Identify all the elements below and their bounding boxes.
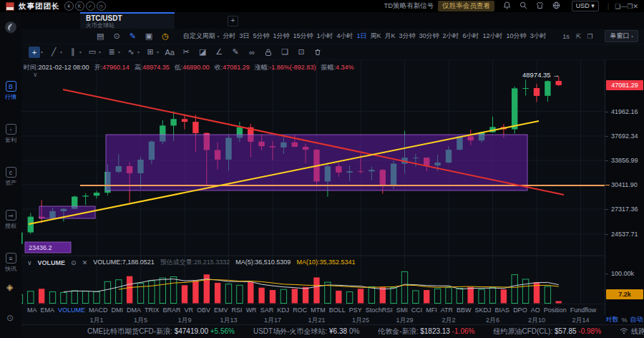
scale-自动[interactable]: 自动 [630, 315, 643, 324]
close-button[interactable]: ✕ [633, 3, 638, 10]
delete-tool[interactable] [312, 47, 323, 58]
timeframe-1日[interactable]: 1日 [356, 32, 366, 41]
indicator-tab-VOLUME[interactable]: VOLUME [58, 306, 85, 314]
rectangle-tool[interactable]: ▭▾ [87, 47, 101, 58]
timeframe-3日[interactable]: 3日 [239, 32, 249, 41]
timeframe-3小时[interactable]: 3小时 [530, 32, 547, 41]
chart-style-icon[interactable]: ▤ [97, 32, 104, 41]
indicator-tab-DMI[interactable]: DMI [112, 306, 124, 314]
add-tab-button[interactable]: + [228, 16, 238, 26]
indicator-tab-BRAR[interactable]: BRAR [163, 306, 181, 314]
measure-tool[interactable]: ∠ [213, 47, 225, 58]
indicator-tab-BOLL[interactable]: BOLL [329, 306, 346, 314]
indicator-tab-BIAS[interactable]: BIAS [495, 306, 510, 314]
tool-dropdown-arrow[interactable]: ▾ [137, 49, 140, 54]
tool-dropdown-arrow[interactable]: ▾ [157, 49, 159, 54]
text-tool[interactable]: Aa [164, 47, 175, 58]
indicator-tab-ROC[interactable]: ROC [293, 306, 307, 314]
volume-close-icon[interactable]: ✕ [82, 259, 88, 266]
wave-tool[interactable]: ∿▾ [125, 47, 140, 58]
copy-tool[interactable]: ❏ [279, 47, 291, 58]
sidebar-item-assets[interactable]: c资产 [0, 167, 21, 187]
kline-icon[interactable]: K [75, 1, 84, 11]
parallel-channel-tool[interactable]: ∥▾ [67, 47, 82, 58]
indicator-tab-EMV[interactable]: EMV [214, 306, 228, 314]
indicator-tab-OBV[interactable]: OBV [197, 306, 210, 314]
magic-tool[interactable]: ✂ [180, 47, 192, 58]
tool-dropdown-arrow[interactable]: ▾ [79, 49, 82, 54]
draw-icon[interactable]: ✎ [130, 32, 136, 41]
indicator-tab-MACD[interactable]: MACD [89, 306, 108, 314]
trend-line-tool[interactable]: ╱▾ [48, 47, 62, 58]
indicator-tab-MTM[interactable]: MTM [311, 306, 326, 314]
signal-badge[interactable]: 仅胜率会员查看 [438, 1, 494, 11]
check-icon[interactable]: ✓ [86, 1, 95, 11]
replay-clock-icon[interactable]: ◷ [162, 32, 169, 41]
history-icon[interactable]: ◷ [97, 1, 106, 11]
sidebar-item-news[interactable]: ≡快讯 [0, 253, 21, 273]
indicator-settings-icon[interactable]: ⊙ [113, 32, 119, 41]
indicator-tab-DMA[interactable]: DMA [127, 306, 141, 314]
globe-icon[interactable] [552, 1, 560, 9]
popout-icon[interactable]: ❐ [587, 33, 592, 40]
indicator-tab-StochRSI[interactable]: StochRSI [366, 306, 393, 314]
scale-对数[interactable]: 对数 [605, 315, 618, 324]
tool-dropdown-arrow[interactable]: ▾ [60, 49, 62, 54]
timeframe-5分钟[interactable]: 5分钟 [253, 32, 269, 41]
sidebar-item-market[interactable]: B行情 [0, 81, 21, 101]
indicator-tab-WR[interactable]: WR [246, 306, 257, 314]
horizontal-line-tool[interactable]: ≣▾ [106, 47, 120, 58]
timeframe-15分钟[interactable]: 15分钟 [293, 32, 313, 41]
sidebar-item-arbitrage[interactable]: ◦套利 [0, 124, 21, 144]
crosshair-tool[interactable]: +▾ [29, 47, 43, 58]
timeframe-3分钟[interactable]: 3分钟 [399, 32, 416, 41]
indicator-tab-Fundflow[interactable]: Fundflow [570, 306, 597, 314]
indicator-tab-ATR[interactable]: ATR [441, 306, 453, 314]
indicator-tab-EMA[interactable]: EMA [41, 306, 55, 314]
timeframe-月K[interactable]: 月K [385, 32, 396, 41]
indicator-tab-SAR[interactable]: SAR [260, 306, 274, 314]
timeframe-4小时[interactable]: 4小时 [336, 32, 353, 41]
scale-%[interactable]: % [621, 317, 627, 324]
bell-icon[interactable] [503, 1, 511, 9]
tool-dropdown-arrow[interactable]: ▾ [41, 49, 43, 54]
indicator-tab-Position[interactable]: Position [544, 306, 567, 314]
indicator-tab-AO[interactable]: AO [531, 306, 540, 314]
indicator-tab-CCI[interactable]: CCI [411, 306, 423, 314]
fibonacci-tool[interactable]: ⊞▾ [145, 47, 159, 58]
coin-icon[interactable]: ¥ [64, 1, 74, 11]
timeframe-分时[interactable]: 分时 [223, 32, 235, 41]
indicator-tab-PSY[interactable]: PSY [349, 306, 362, 314]
timeframe-30分钟[interactable]: 30分钟 [419, 32, 439, 41]
pane-collapse-icon[interactable]: ∨ [33, 71, 38, 78]
timeframe-2小时[interactable]: 2小时 [443, 32, 459, 41]
lock-tool[interactable] [263, 47, 274, 58]
indicator-tab-MA[interactable]: MA [27, 306, 37, 314]
etf-box-icon[interactable]: ▣ [145, 32, 152, 41]
indicator-tab-SMI[interactable]: SMI [396, 306, 408, 314]
candlestick-chart[interactable]: 48974.35 →23436.2 [21, 60, 605, 304]
indicator-tab-KDJ[interactable]: KDJ [277, 306, 289, 314]
time-axis[interactable]: 1月11月51月91月131月171月211月251月292月22月62月102… [21, 315, 605, 324]
theme-icon[interactable] [536, 1, 544, 9]
window-mode-dropdown[interactable]: 单窗口 ▾ [605, 30, 638, 42]
volume-settings-icon[interactable]: ⊙ [71, 259, 77, 266]
link-tool[interactable]: ∞ [246, 47, 258, 58]
timeframe-12小时[interactable]: 12小时 [483, 32, 503, 41]
fullscreen-icon[interactable]: ⇱ [576, 33, 582, 40]
indicator-tab-MFI[interactable]: MFI [426, 306, 437, 314]
indicator-tab-BBW[interactable]: BBW [457, 306, 472, 314]
custom-period-dropdown[interactable]: 自定义周期 ▾ [183, 32, 220, 41]
tool-dropdown-arrow[interactable]: ▾ [118, 49, 120, 54]
snapshot-tool[interactable]: ⊡ [296, 47, 307, 58]
tool-dropdown-arrow[interactable]: ▾ [99, 49, 101, 54]
indicator-tab-VR[interactable]: VR [185, 306, 194, 314]
chart-area[interactable]: 48974.35 →23436.2 时间:2021-02-12 08:00开:4… [21, 60, 605, 304]
sidebar-item-authorize[interactable]: ⊸授权 [0, 210, 21, 230]
timeframe-6小时[interactable]: 6小时 [463, 32, 479, 41]
eraser-tool[interactable]: ◪ [197, 47, 208, 58]
timeframe-1小时[interactable]: 1小时 [316, 32, 333, 41]
indicator-tab-SKDJ[interactable]: SKDJ [475, 306, 492, 314]
timeframe-10分钟[interactable]: 10分钟 [507, 32, 527, 41]
volume-collapse-icon[interactable]: ∨ [27, 259, 32, 266]
